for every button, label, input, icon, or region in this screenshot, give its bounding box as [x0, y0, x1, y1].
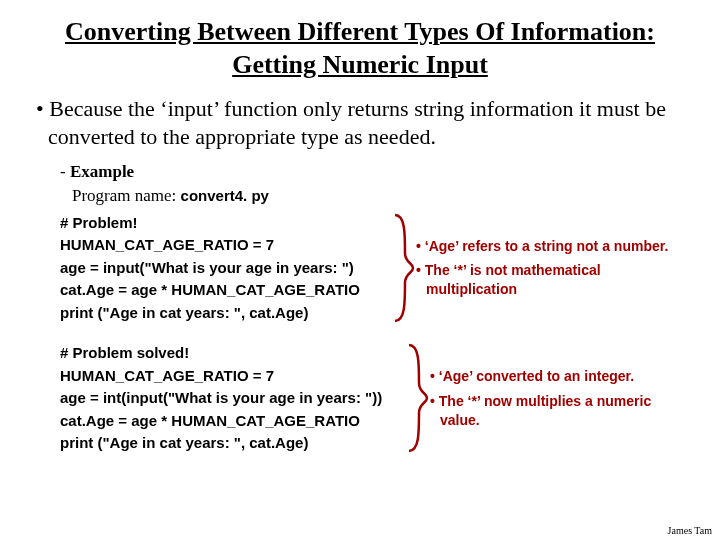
brace-icon — [390, 213, 416, 323]
code-line: cat.Age = age * HUMAN_CAT_AGE_RATIO — [60, 410, 404, 433]
code-line: print ("Age in cat years: ", cat.Age) — [60, 432, 404, 455]
code-line: HUMAN_CAT_AGE_RATIO = 7 — [60, 234, 390, 257]
code-line: cat.Age = age * HUMAN_CAT_AGE_RATIO — [60, 279, 390, 302]
code-line: age = input("What is your age in years: … — [60, 257, 390, 280]
solved-notes: ‘Age’ converted to an integer. The ‘*’ n… — [430, 361, 690, 436]
program-label: Program name: — [72, 186, 181, 205]
problem-notes: ‘Age’ refers to a string not a number. T… — [416, 231, 690, 306]
code-line: age = int(input("What is your age in yea… — [60, 387, 404, 410]
note-item: The ‘*’ now multiplies a numeric value. — [430, 392, 690, 430]
code-line: HUMAN_CAT_AGE_RATIO = 7 — [60, 365, 404, 388]
note-item: ‘Age’ converted to an integer. — [430, 367, 690, 386]
note-item: ‘Age’ refers to a string not a number. — [416, 237, 690, 256]
problem-header: # Problem! — [60, 212, 390, 235]
brace-icon — [404, 343, 430, 453]
problem-block: # Problem! HUMAN_CAT_AGE_RATIO = 7 age =… — [60, 212, 690, 325]
problem-code: # Problem! HUMAN_CAT_AGE_RATIO = 7 age =… — [60, 212, 390, 325]
note-item: The ‘*’ is not mathematical multiplicati… — [416, 261, 690, 299]
program-name: convert4. py — [181, 187, 269, 204]
code-line: print ("Age in cat years: ", cat.Age) — [60, 302, 390, 325]
solved-code: # Problem solved! HUMAN_CAT_AGE_RATIO = … — [60, 342, 404, 455]
main-bullet: Because the ‘input’ function only return… — [36, 95, 690, 150]
example-header: Example — [60, 160, 690, 184]
solved-block: # Problem solved! HUMAN_CAT_AGE_RATIO = … — [60, 342, 690, 455]
slide-title: Converting Between Different Types Of In… — [30, 16, 690, 81]
solved-header: # Problem solved! — [60, 342, 404, 365]
footer-author: James Tam — [668, 525, 712, 536]
program-line: Program name: convert4. py — [72, 184, 690, 208]
